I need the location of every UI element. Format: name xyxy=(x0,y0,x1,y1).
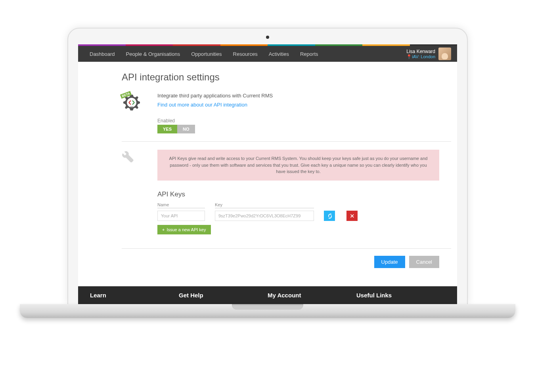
user-area[interactable]: Lisa Kenward 📍iAV: London xyxy=(406,48,451,60)
screen: Dashboard People & Organisations Opportu… xyxy=(78,44,457,304)
cancel-button[interactable]: Cancel xyxy=(409,256,439,268)
delete-key-button[interactable] xyxy=(346,211,358,221)
location-pin-icon: 📍 xyxy=(406,54,412,59)
nav-resources[interactable]: Resources xyxy=(228,47,263,61)
intro-section: BETA API Integrate third party applicati… xyxy=(122,93,451,133)
wrench-icon xyxy=(122,150,134,162)
api-icon-area: BETA API xyxy=(122,93,145,114)
toggle-no[interactable]: NO xyxy=(177,125,195,133)
top-navigation: Dashboard People & Organisations Opportu… xyxy=(78,46,457,62)
nav-opportunities[interactable]: Opportunities xyxy=(186,47,227,61)
section-divider xyxy=(122,141,451,142)
wrench-icon-area xyxy=(122,150,145,164)
footer-bar: Learn Get Help My Account Useful Links xyxy=(78,286,457,304)
api-info-link[interactable]: Find out more about our API integration xyxy=(157,102,247,108)
footer-get-help[interactable]: Get Help xyxy=(179,292,268,299)
laptop-notch xyxy=(232,304,303,310)
nav-people-organisations[interactable]: People & Organisations xyxy=(121,47,186,61)
issue-new-key-button[interactable]: + Issue a new API key xyxy=(157,225,211,234)
toggle-yes[interactable]: YES xyxy=(157,125,177,133)
api-key-value-input[interactable] xyxy=(215,211,314,221)
laptop-frame: Dashboard People & Organisations Opportu… xyxy=(67,28,468,305)
avatar[interactable] xyxy=(438,48,451,60)
action-buttons: Update Cancel xyxy=(122,248,451,268)
page-title: API integration settings xyxy=(122,72,451,83)
intro-description: Integrate third party applications with … xyxy=(157,93,451,99)
nav-reports[interactable]: Reports xyxy=(295,47,324,61)
footer-learn[interactable]: Learn xyxy=(90,292,179,299)
close-icon xyxy=(349,213,355,219)
api-key-name-input[interactable] xyxy=(157,211,205,221)
api-keys-heading: API Keys xyxy=(157,190,439,198)
enabled-label: Enabled xyxy=(157,118,451,124)
content-area: API integration settings BETA API Integr… xyxy=(78,62,457,286)
enabled-toggle[interactable]: YES NO xyxy=(157,125,195,133)
user-location: 📍iAV: London xyxy=(406,54,435,59)
warning-message: API Keys give read and write access to y… xyxy=(157,150,439,181)
refresh-icon xyxy=(327,213,332,219)
nav-dashboard[interactable]: Dashboard xyxy=(84,47,121,61)
name-column-label: Name xyxy=(157,202,205,208)
key-column-label: Key xyxy=(215,202,314,208)
svg-text:API: API xyxy=(130,106,133,108)
plus-icon: + xyxy=(162,227,165,232)
refresh-key-button[interactable] xyxy=(324,211,335,221)
footer-my-account[interactable]: My Account xyxy=(268,292,356,299)
footer-useful-links[interactable]: Useful Links xyxy=(356,292,445,299)
update-button[interactable]: Update xyxy=(374,256,405,268)
laptop-base xyxy=(20,304,515,318)
user-name: Lisa Kenward xyxy=(406,49,435,54)
nav-activities[interactable]: Activities xyxy=(263,47,295,61)
keys-section: API Keys give read and write access to y… xyxy=(122,150,451,234)
camera-dot xyxy=(266,36,269,39)
